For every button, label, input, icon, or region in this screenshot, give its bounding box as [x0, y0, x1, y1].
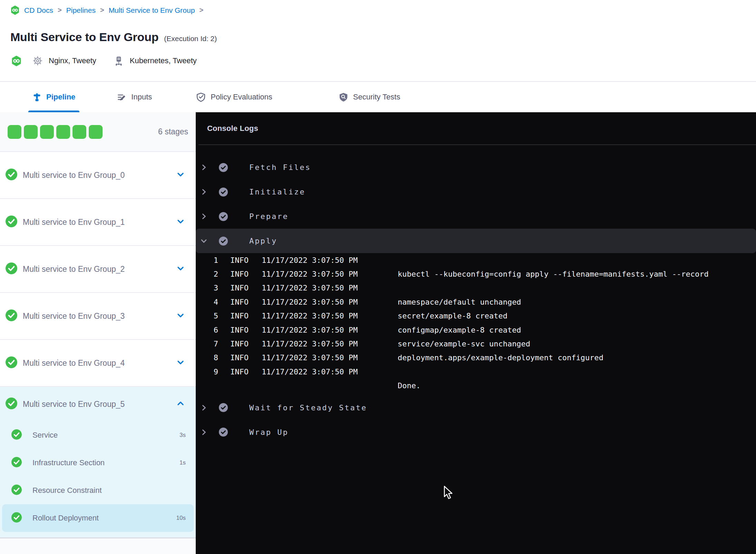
log-message: Done.	[398, 381, 756, 390]
stage-expand-toggle[interactable]	[176, 311, 185, 322]
log-message: kubectl --kubeconfig=config apply --file…	[398, 270, 756, 278]
chevron-down-icon[interactable]	[176, 264, 185, 273]
log-timestamp: 11/17/2022 3:07:50 PM	[262, 270, 398, 278]
stage-status-squares	[8, 125, 103, 139]
step-success-icon	[11, 512, 22, 524]
log-timestamp: 11/17/2022 3:07:50 PM	[262, 367, 398, 376]
inputs-icon	[117, 93, 126, 102]
collapse-chevron[interactable]	[199, 237, 208, 245]
page-title-row: Multi Service to Env Group (Execution Id…	[10, 30, 217, 44]
expand-chevron[interactable]	[199, 403, 208, 412]
page-header: CD Docs>Pipelines>Multi Service to Env G…	[0, 0, 756, 82]
console-step-row[interactable]: Initialize	[196, 180, 756, 204]
log-line: 2 INFO 11/17/2022 3:07:50 PM kubectl --k…	[196, 267, 756, 281]
console-step-list: Fetch Files Initialize Prepare Apply	[196, 155, 756, 445]
chevron-down-icon[interactable]	[176, 311, 185, 320]
log-message: secret/example-8 created	[398, 312, 756, 320]
tab-label: Inputs	[131, 93, 152, 102]
stage-name: Multi service to Env Group_4	[23, 359, 176, 368]
console-step-row[interactable]: Apply	[196, 229, 756, 253]
success-check-icon	[6, 356, 17, 368]
console-step-row[interactable]: Wait for Steady State	[196, 395, 756, 420]
log-level: INFO	[218, 353, 262, 362]
stage-collapse-toggle[interactable]	[176, 399, 185, 410]
tab-inputs[interactable]: Inputs	[117, 82, 152, 112]
step-row[interactable]: Rollout Deployment 10s	[2, 504, 194, 532]
chevron-right-icon[interactable]	[200, 188, 208, 196]
security-shield-search-icon	[339, 92, 348, 102]
breadcrumb-link[interactable]: Multi Service to Env Group	[109, 6, 195, 15]
breadcrumb-link[interactable]: Pipelines	[66, 6, 96, 15]
log-line: 5 INFO 11/17/2022 3:07:50 PM secret/exam…	[196, 309, 756, 323]
chevron-down-icon[interactable]	[176, 357, 185, 367]
chevron-right-icon[interactable]	[200, 428, 208, 437]
expand-chevron[interactable]	[199, 188, 208, 196]
step-status-icon	[219, 403, 228, 412]
log-lines: 1 INFO 11/17/2022 3:07:50 PM 2 INFO 11/1…	[196, 253, 756, 393]
log-level: INFO	[218, 340, 262, 348]
tab-label: Security Tests	[353, 93, 400, 102]
expand-chevron[interactable]	[199, 163, 208, 172]
chevron-right-icon[interactable]	[200, 163, 208, 172]
stage-expand-toggle[interactable]	[176, 217, 185, 228]
step-status-icon	[219, 163, 228, 172]
chevron-down-icon[interactable]	[176, 170, 185, 179]
log-level: INFO	[218, 270, 262, 278]
step-row[interactable]: Resource Constraint	[2, 477, 194, 504]
tab-pipeline[interactable]: Pipeline	[32, 82, 75, 112]
log-line: 8 INFO 11/17/2022 3:07:50 PM deployment.…	[196, 351, 756, 365]
stage-section-footer	[0, 537, 196, 554]
breadcrumb-links: CD Docs>Pipelines>Multi Service to Env G…	[24, 6, 203, 15]
stage-expand-toggle[interactable]	[176, 264, 185, 275]
stages-summary: 6 stages	[0, 112, 196, 152]
step-success-check-icon	[219, 428, 228, 437]
tab-policy-evaluations[interactable]: Policy Evaluations	[196, 82, 272, 112]
console-step-row[interactable]: Fetch Files	[196, 155, 756, 180]
stage-row[interactable]: Multi service to Env Group_0	[0, 152, 196, 199]
chevron-right-icon[interactable]	[200, 212, 208, 221]
log-timestamp: 11/17/2022 3:07:50 PM	[262, 353, 398, 362]
stage-expand-toggle[interactable]	[176, 357, 185, 369]
stage-row[interactable]: Multi service to Env Group_2	[0, 246, 196, 293]
step-success-icon	[11, 429, 22, 441]
log-level: INFO	[218, 256, 262, 265]
chevron-down-icon[interactable]	[200, 237, 208, 245]
infrastructure-label: Kubernetes, Tweety	[130, 56, 197, 65]
chevron-right-icon[interactable]	[200, 403, 208, 412]
expand-chevron[interactable]	[199, 428, 208, 437]
stage-row[interactable]: Multi service to Env Group_1	[0, 199, 196, 246]
console-logs-title: Console Logs	[207, 124, 258, 133]
log-line-number: 8	[198, 353, 218, 362]
step-success-check-icon	[219, 163, 228, 172]
stage-expand-toggle[interactable]	[176, 170, 185, 181]
chevron-up-icon[interactable]	[176, 399, 185, 408]
step-success-check-icon	[219, 403, 228, 412]
breadcrumb-link[interactable]: CD Docs	[24, 6, 53, 15]
expand-chevron[interactable]	[199, 212, 208, 221]
step-row[interactable]: Service 3s	[2, 421, 194, 449]
stage-success-square	[89, 125, 103, 139]
execution-id: (Execution Id: 2)	[164, 35, 217, 43]
stage-success-square	[24, 125, 38, 139]
policy-shield-check-icon	[196, 92, 206, 102]
log-line-number: 9	[198, 367, 218, 376]
console-step-row[interactable]: Wrap Up	[196, 420, 756, 445]
log-line-number: 2	[198, 270, 218, 278]
log-line-number: 3	[198, 284, 218, 292]
chevron-down-icon[interactable]	[176, 217, 185, 226]
step-row[interactable]: Infrastructure Section 1s	[2, 449, 194, 477]
stage-name: Multi service to Env Group_1	[23, 218, 176, 227]
stage-row[interactable]: Multi service to Env Group_3	[0, 293, 196, 340]
step-status-icon	[219, 188, 228, 197]
breadcrumb: CD Docs>Pipelines>Multi Service to Env G…	[10, 6, 203, 15]
stage-row[interactable]: Multi service to Env Group_5	[0, 387, 196, 421]
breadcrumb-separator-icon: >	[199, 6, 203, 14]
stage-count-label: 6 stages	[158, 127, 188, 136]
step-success-icon	[11, 485, 22, 496]
infrastructure-icon	[114, 56, 124, 66]
console-step-row[interactable]: Prepare	[196, 204, 756, 229]
tab-security-tests[interactable]: Security Tests	[339, 82, 400, 112]
log-level: INFO	[218, 312, 262, 320]
services-gear-icon	[33, 56, 42, 66]
stage-row[interactable]: Multi service to Env Group_4	[0, 340, 196, 387]
